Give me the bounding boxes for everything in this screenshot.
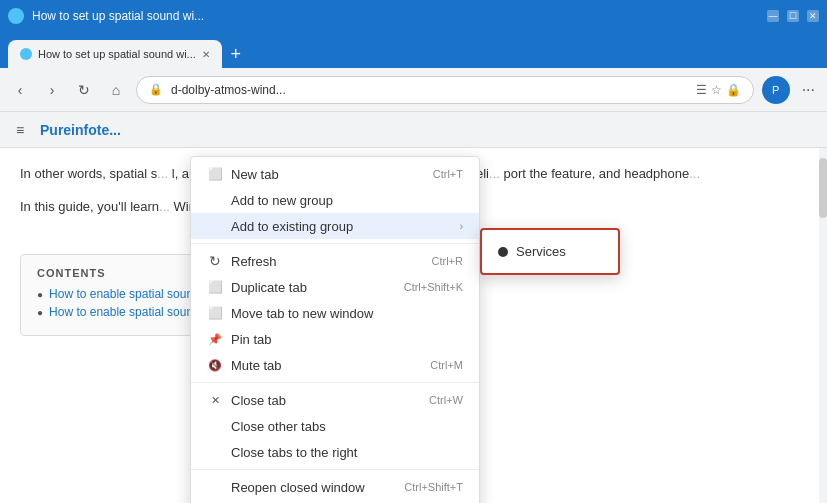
minimize-button[interactable]: — bbox=[767, 10, 779, 22]
more-button[interactable]: ··· bbox=[798, 81, 819, 99]
mute-label: Mute tab bbox=[231, 358, 422, 373]
favorites-icon[interactable]: ☆ bbox=[711, 83, 722, 97]
mute-icon: 🔇 bbox=[207, 357, 223, 373]
refresh-label: Refresh bbox=[231, 254, 424, 269]
add-existing-group-icon bbox=[207, 218, 223, 234]
mute-shortcut: Ctrl+M bbox=[430, 359, 463, 371]
tab-label: How to set up spatial sound wi... bbox=[38, 48, 196, 60]
menu-item-close-right[interactable]: Close tabs to the right bbox=[191, 439, 479, 465]
close-right-label: Close tabs to the right bbox=[231, 445, 463, 460]
menu-item-move-window[interactable]: ⬜ Move tab to new window bbox=[191, 300, 479, 326]
menu-button[interactable]: ≡ bbox=[8, 118, 32, 142]
add-new-group-icon bbox=[207, 192, 223, 208]
pin-icon[interactable]: 🔒 bbox=[726, 83, 741, 97]
close-tab-shortcut: Ctrl+W bbox=[429, 394, 463, 406]
tab-bar: How to set up spatial sound wi... ✕ + bbox=[0, 32, 827, 68]
bullet-2: ● bbox=[37, 307, 43, 318]
url-text: d-dolby-atmos-wind... bbox=[171, 83, 688, 97]
new-tab-icon: ⬜ bbox=[207, 166, 223, 182]
move-window-label: Move tab to new window bbox=[231, 306, 463, 321]
close-button[interactable]: ✕ bbox=[807, 10, 819, 22]
scrollbar-thumb[interactable] bbox=[819, 158, 827, 218]
pin-tab-icon: 📌 bbox=[207, 331, 223, 347]
menu-item-pin[interactable]: 📌 Pin tab bbox=[191, 326, 479, 352]
menu-item-add-existing-group[interactable]: Add to existing group › bbox=[191, 213, 479, 239]
lock-icon: 🔒 bbox=[149, 83, 163, 96]
active-tab[interactable]: How to set up spatial sound wi... ✕ bbox=[8, 40, 222, 68]
duplicate-icon: ⬜ bbox=[207, 279, 223, 295]
close-right-icon bbox=[207, 444, 223, 460]
profile-button[interactable]: P bbox=[762, 76, 790, 104]
forward-button[interactable]: › bbox=[40, 78, 64, 102]
window-title: How to set up spatial sound wi... bbox=[32, 9, 767, 23]
add-existing-group-label: Add to existing group bbox=[231, 219, 452, 234]
menu-item-add-new-group[interactable]: Add to new group bbox=[191, 187, 479, 213]
close-tab-label: Close tab bbox=[231, 393, 421, 408]
duplicate-label: Duplicate tab bbox=[231, 280, 396, 295]
menu-item-mute[interactable]: 🔇 Mute tab Ctrl+M bbox=[191, 352, 479, 378]
submenu-item-services[interactable]: Services bbox=[482, 236, 618, 267]
read-aloud-icon[interactable]: ☰ bbox=[696, 83, 707, 97]
address-bar: ‹ › ↻ ⌂ 🔒 d-dolby-atmos-wind... ☰ ☆ 🔒 P … bbox=[0, 68, 827, 112]
close-other-label: Close other tabs bbox=[231, 419, 463, 434]
tab-favicon bbox=[20, 48, 32, 60]
close-tab-icon: ✕ bbox=[207, 392, 223, 408]
back-button[interactable]: ‹ bbox=[8, 78, 32, 102]
divider-1 bbox=[191, 243, 479, 244]
menu-item-close-tab[interactable]: ✕ Close tab Ctrl+W bbox=[191, 387, 479, 413]
context-menu: ⬜ New tab Ctrl+T Add to new group Add to… bbox=[190, 156, 480, 503]
browser-favicon bbox=[8, 8, 24, 24]
menu-item-close-other[interactable]: Close other tabs bbox=[191, 413, 479, 439]
menu-item-new-tab[interactable]: ⬜ New tab Ctrl+T bbox=[191, 161, 479, 187]
reopen-icon bbox=[207, 479, 223, 495]
refresh-shortcut: Ctrl+R bbox=[432, 255, 463, 267]
scrollbar[interactable] bbox=[819, 148, 827, 503]
title-bar: How to set up spatial sound wi... — ☐ ✕ bbox=[0, 0, 827, 32]
refresh-menu-icon: ↻ bbox=[207, 253, 223, 269]
refresh-button[interactable]: ↻ bbox=[72, 78, 96, 102]
reopen-label: Reopen closed window bbox=[231, 480, 396, 495]
site-name: Pureinfote... bbox=[36, 122, 125, 138]
pin-label: Pin tab bbox=[231, 332, 463, 347]
submenu-dot-icon bbox=[498, 247, 508, 257]
address-input[interactable]: 🔒 d-dolby-atmos-wind... ☰ ☆ 🔒 bbox=[136, 76, 754, 104]
menu-item-refresh[interactable]: ↻ Refresh Ctrl+R bbox=[191, 248, 479, 274]
content-area: In other words, spatial s... l, and Wind… bbox=[0, 148, 827, 503]
divider-3 bbox=[191, 469, 479, 470]
tab-close-button[interactable]: ✕ bbox=[202, 49, 210, 60]
menu-item-duplicate[interactable]: ⬜ Duplicate tab Ctrl+Shift+K bbox=[191, 274, 479, 300]
submenu: Services bbox=[480, 228, 620, 275]
address-icons: ☰ ☆ 🔒 bbox=[696, 83, 741, 97]
menu-item-reopen[interactable]: Reopen closed window Ctrl+Shift+T bbox=[191, 474, 479, 500]
new-tab-label: New tab bbox=[231, 167, 425, 182]
add-new-group-label: Add to new group bbox=[231, 193, 463, 208]
new-tab-shortcut: Ctrl+T bbox=[433, 168, 463, 180]
divider-2 bbox=[191, 382, 479, 383]
window-controls: — ☐ ✕ bbox=[767, 10, 819, 22]
home-button[interactable]: ⌂ bbox=[104, 78, 128, 102]
new-tab-button[interactable]: + bbox=[222, 40, 250, 68]
bullet-1: ● bbox=[37, 289, 43, 300]
reopen-shortcut: Ctrl+Shift+T bbox=[404, 481, 463, 493]
maximize-button[interactable]: ☐ bbox=[787, 10, 799, 22]
submenu-services-label: Services bbox=[516, 244, 566, 259]
move-window-icon: ⬜ bbox=[207, 305, 223, 321]
submenu-arrow: › bbox=[460, 221, 463, 232]
close-other-icon bbox=[207, 418, 223, 434]
toolbar: ≡ Pureinfote... bbox=[0, 112, 827, 148]
duplicate-shortcut: Ctrl+Shift+K bbox=[404, 281, 463, 293]
